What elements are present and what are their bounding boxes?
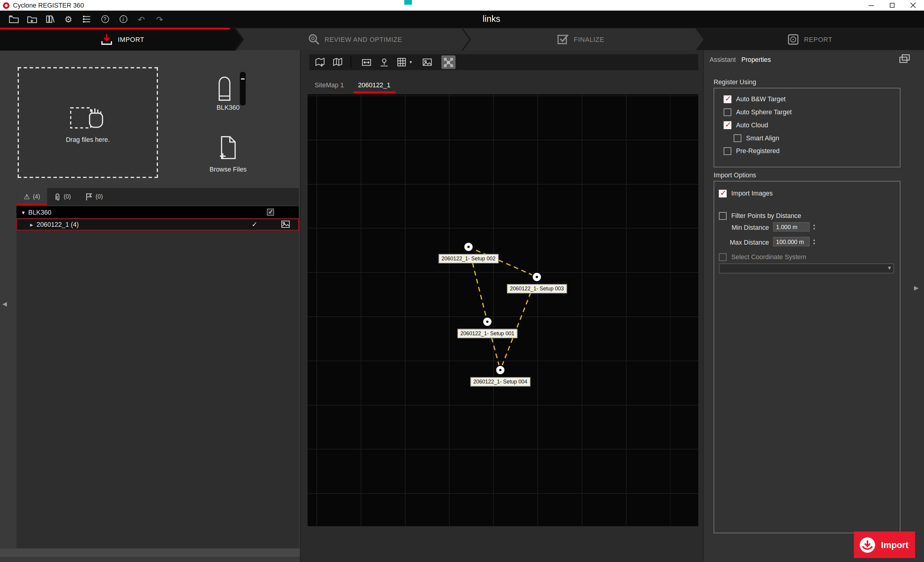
tree-root-label: BLK360 [28,208,51,216]
teal-artifact [404,0,412,5]
stage-report[interactable]: REPORT [695,28,924,51]
collapse-right-panel-arrow[interactable] [914,285,918,291]
collapse-left-panel-arrow[interactable] [2,300,7,307]
setup-node-label[interactable]: 2060122_1- Setup 003 [507,284,567,294]
tab-properties[interactable]: Properties [741,56,771,63]
tab-sitemap-1[interactable]: SiteMap 1 [308,78,351,93]
drag-files-label: Drag files here. [66,136,110,143]
pre-registered-label: Pre-Registered [736,147,780,154]
drag-hand-icon [69,102,106,130]
titlebar: Cyclone REGISTER 360 [0,0,924,10]
images-button[interactable] [420,55,434,69]
expander-icon[interactable] [30,221,33,228]
setup-node[interactable] [531,271,542,282]
close-button[interactable] [903,0,924,10]
drag-files-dropzone[interactable]: Drag files here. [18,67,158,178]
stage-review-and-optimize[interactable]: REVIEW AND OPTIMIZE [244,28,466,51]
import-button[interactable]: Import [854,531,915,558]
tab-tags[interactable]: (0) [78,188,110,205]
expander-icon[interactable] [22,208,25,216]
max-distance-spinner[interactable]: ▲▼ [811,237,817,246]
app-window: Cyclone REGISTER 360 ? i links [0,0,924,562]
tree-row-blk360[interactable]: BLK360 [16,206,298,218]
tab-warnings[interactable]: (4) [16,188,47,205]
max-distance-label: Max Distance [716,238,769,246]
tags-count: (0) [96,193,103,200]
import-options-box: Import Images Filter Points by Distance … [714,181,900,533]
warning-icon [24,192,30,201]
left-panel-scrollbar[interactable] [0,549,300,557]
link-lines-layer [308,94,699,526]
app-title: Cyclone REGISTER 360 [13,2,84,9]
setup-node[interactable] [482,316,493,327]
stage-review-label: REVIEW AND OPTIMIZE [324,36,402,43]
blk360-device-icon [217,75,232,102]
setup-node-label[interactable]: 2060122_1- Setup 004 [471,377,530,387]
grid-dropdown-caret[interactable]: ▾ [410,59,412,64]
close-icon [910,2,916,8]
minimize-button[interactable] [860,0,882,10]
open-project-button[interactable] [8,14,19,24]
min-distance-input[interactable] [773,222,810,232]
checkbox-auto-bw-target[interactable] [724,95,731,103]
stage-finalize-label: FINALIZE [574,36,604,43]
report-disc-icon [787,33,800,46]
grid-button[interactable] [395,55,409,69]
tab-2060122-1[interactable]: 2060122_1 [351,78,398,93]
browse-files-button[interactable] [218,135,238,162]
tab-attachments[interactable]: (0) [47,188,78,205]
menubar: ? i links [0,10,924,28]
map-icon [332,57,343,67]
import-images-label: Import Images [731,190,773,197]
map-pin-icon [379,57,390,67]
visual-alignment-tool-button[interactable] [441,55,456,69]
register-using-box: Auto B&W Target Auto Sphere Target Auto … [714,88,900,167]
blk360-device-button[interactable] [217,75,232,104]
checkbox-auto-cloud[interactable] [724,121,731,129]
tree-row-2060122-1[interactable]: 2060122_1 (4) [16,219,298,230]
float-panel-button[interactable] [899,54,910,66]
checkbox-filter-points[interactable] [719,212,727,219]
flag-icon [85,192,93,201]
stage-finalize[interactable]: FINALIZE [466,28,695,51]
open-folder-icon [9,15,18,24]
blk360-slider[interactable] [240,72,246,105]
checkbox-import-images[interactable] [719,189,727,197]
checkbox-pre-registered[interactable] [724,147,731,154]
stage-report-label: REPORT [804,36,832,43]
spinner-down-icon: ▼ [813,227,816,230]
smart-align-label: Smart Align [746,134,779,141]
image-preview-icon[interactable] [281,220,290,229]
min-distance-spinner[interactable]: ▲▼ [811,222,817,232]
spinner-down-icon: ▼ [813,241,816,245]
setup-node[interactable] [495,365,506,375]
image-icon [422,57,433,67]
tab-assistant[interactable]: Assistant [710,56,736,63]
import-options-title: Import Options [714,172,756,178]
maximize-button[interactable] [882,0,903,10]
fit-view-button[interactable] [360,55,374,69]
auto-sphere-target-label: Auto Sphere Target [736,108,792,115]
tree-root-checkbox[interactable] [267,208,274,216]
setup-node-label[interactable]: 2060122_1- Setup 001 [458,329,517,338]
stage-import-label: IMPORT [118,36,144,43]
sitemap-canvas[interactable]: 2060122_1- Setup 0022060122_1- Setup 003… [308,94,699,526]
sitemap-toolbar: ▾ [309,54,699,70]
toolbar-separator [351,57,351,68]
max-distance-input[interactable] [773,237,810,246]
stage-import[interactable]: IMPORT [0,28,244,51]
new-sitemap-button[interactable] [313,55,327,69]
select-coordinate-system-label: Select Coordinate System [731,253,806,261]
sitemap-tab-bar: SiteMap 1 2060122_1 [308,75,398,93]
map-plus-icon [315,57,325,67]
checkbox-auto-sphere-target[interactable] [724,108,731,116]
tree-child-label: 2060122_1 (4) [37,221,79,228]
checkbox-smart-align[interactable] [734,134,741,142]
checkbox-select-coordinate-system[interactable] [719,253,727,261]
workflow-ribbon: IMPORT REVIEW AND OPTIMIZE FINALIZE REPO… [0,28,924,50]
setup-node-label[interactable]: 2060122_1- Setup 002 [439,254,498,264]
setup-locations-button[interactable] [377,55,392,69]
setup-node[interactable] [463,241,474,252]
coordinate-system-dropdown[interactable] [719,264,894,273]
sitemap-button[interactable] [331,55,345,69]
